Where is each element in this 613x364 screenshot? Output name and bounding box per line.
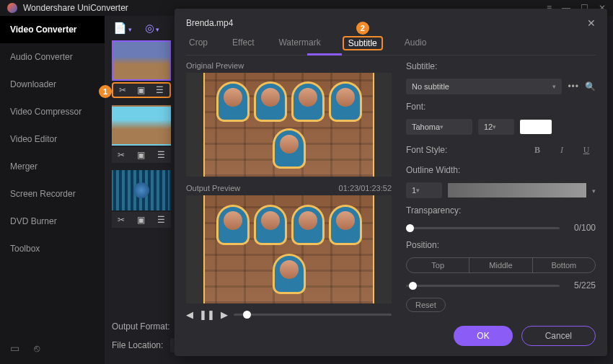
- subtitle-label: Subtitle:: [406, 61, 596, 71]
- italic-button[interactable]: I: [552, 142, 571, 158]
- output-preview-label: Output Preview: [186, 184, 240, 192]
- cut-icon[interactable]: ✂: [118, 215, 125, 225]
- position-slider[interactable]: [406, 285, 560, 287]
- outline-width-select[interactable]: 1: [406, 182, 442, 198]
- tab-crop[interactable]: Crop: [186, 36, 211, 50]
- cut-icon[interactable]: ✂: [119, 85, 126, 95]
- clip-item: ✂ ▣ ☰: [112, 170, 171, 228]
- pause-icon[interactable]: ❚❚: [199, 309, 215, 320]
- transparency-value: 0/100: [565, 223, 596, 233]
- reset-button[interactable]: Reset: [406, 298, 446, 312]
- crop-icon[interactable]: ▣: [137, 215, 145, 225]
- position-middle-button[interactable]: Middle: [469, 258, 532, 272]
- tab-watermark[interactable]: Watermark: [275, 36, 323, 50]
- playback-controls: ◀ ❚❚ ▶: [186, 309, 392, 320]
- original-preview: [186, 73, 392, 177]
- preview-column: Original Preview Output Preview 01:23/01…: [186, 61, 392, 320]
- subtitle-search-icon[interactable]: 🔍: [585, 81, 596, 92]
- clip-thumbnail[interactable]: [112, 170, 171, 210]
- font-size-value: 12: [484, 123, 493, 131]
- tab-label: Subtitle: [348, 38, 377, 48]
- bold-button[interactable]: B: [528, 142, 547, 158]
- sidebar-item-label: DVD Burner: [10, 216, 57, 226]
- sidebar-item-screen-recorder[interactable]: Screen Recorder: [0, 180, 105, 208]
- subtitle-select[interactable]: No subtitle: [406, 79, 562, 94]
- tab-effect[interactable]: Effect: [229, 36, 257, 50]
- target-icon[interactable]: ◎▾: [145, 22, 159, 35]
- clip-thumbnail[interactable]: [112, 105, 171, 146]
- sidebar: Video Converter Audio Converter Download…: [0, 16, 105, 364]
- clip-toolbar: ✂ ▣ ☰: [112, 212, 171, 228]
- font-size-select[interactable]: 12: [478, 119, 514, 135]
- position-segment: Top Middle Bottom: [406, 257, 596, 273]
- tab-subtitle[interactable]: 2 Subtitle: [343, 36, 383, 50]
- position-bottom-button[interactable]: Bottom: [533, 258, 595, 272]
- sidebar-item-downloader[interactable]: Downloader: [0, 71, 105, 98]
- font-style-label: Font Style:: [406, 145, 522, 155]
- font-family-value: Tahoma: [412, 123, 440, 131]
- output-preview: [186, 195, 392, 303]
- sidebar-item-video-editor[interactable]: Video Editor: [0, 125, 105, 153]
- settings-icon[interactable]: ☰: [157, 215, 165, 225]
- settings-icon[interactable]: ☰: [157, 150, 165, 160]
- app-title: Wondershare UniConverter: [23, 3, 128, 13]
- account-icon[interactable]: ⎋: [34, 342, 40, 354]
- sidebar-item-label: Merger: [10, 161, 38, 172]
- sidebar-item-video-converter[interactable]: Video Converter: [0, 16, 105, 43]
- transparency-label: Transparency:: [406, 205, 596, 216]
- tab-audio[interactable]: Audio: [402, 36, 430, 50]
- crop-icon[interactable]: ▣: [137, 150, 145, 160]
- cut-icon[interactable]: ✂: [118, 150, 125, 160]
- add-file-icon[interactable]: 📄▾: [113, 22, 132, 35]
- position-top-button[interactable]: Top: [407, 258, 469, 272]
- clip-thumbnail[interactable]: [112, 40, 171, 81]
- dialog-title: Brenda.mp4: [186, 18, 233, 28]
- edit-dialog: Brenda.mp4 ✕ Crop Effect Watermark 2 Sub…: [175, 9, 607, 356]
- tab-underline: [307, 53, 342, 56]
- crop-icon[interactable]: ▣: [137, 85, 145, 95]
- next-icon[interactable]: ▶: [221, 309, 228, 320]
- dialog-close-icon[interactable]: ✕: [587, 17, 596, 29]
- font-label: Font:: [406, 102, 596, 112]
- clip-toolbar: ✂ ▣ ☰: [112, 147, 171, 163]
- sidebar-item-audio-converter[interactable]: Audio Converter: [0, 43, 105, 71]
- cancel-button[interactable]: Cancel: [521, 326, 596, 346]
- sidebar-item-label: Video Compressor: [10, 107, 81, 117]
- underline-button[interactable]: U: [577, 142, 596, 158]
- guide-icon[interactable]: ▭: [10, 342, 19, 354]
- prev-icon[interactable]: ◀: [186, 309, 193, 320]
- position-value: 5/225: [565, 280, 596, 290]
- transparency-slider[interactable]: [406, 227, 560, 229]
- position-label: Position:: [406, 240, 596, 250]
- outline-width-label: Outline Width:: [406, 165, 596, 175]
- clip-toolbar: 1 ✂ ▣ ☰: [112, 82, 171, 98]
- subtitle-browse-icon[interactable]: •••: [568, 81, 579, 92]
- sidebar-item-dvd-burner[interactable]: DVD Burner: [0, 208, 105, 235]
- sidebar-item-video-compressor[interactable]: Video Compressor: [0, 98, 105, 125]
- sidebar-item-label: Video Converter: [10, 25, 76, 35]
- original-preview-label: Original Preview: [186, 61, 244, 70]
- font-color-swatch[interactable]: [520, 120, 552, 134]
- sidebar-item-merger[interactable]: Merger: [0, 153, 105, 180]
- file-location-label: File Location:: [112, 340, 163, 350]
- outline-color-chevron-icon[interactable]: [592, 185, 596, 195]
- output-format-label: Output Format:: [112, 321, 170, 332]
- sidebar-item-label: Toolbox: [10, 244, 40, 254]
- timeline-slider[interactable]: [234, 314, 392, 316]
- dialog-tabs: Crop Effect Watermark 2 Subtitle Audio: [186, 36, 596, 56]
- sidebar-item-label: Screen Recorder: [10, 189, 76, 199]
- ok-button[interactable]: OK: [454, 326, 512, 346]
- time-display: 01:23/01:23:52: [339, 184, 392, 192]
- sidebar-item-toolbox[interactable]: Toolbox: [0, 235, 105, 262]
- outline-color-bar[interactable]: [448, 183, 586, 197]
- callout-badge-2: 2: [356, 22, 369, 35]
- clip-item: ✂ ▣ ☰: [112, 105, 171, 163]
- outline-width-value: 1: [412, 186, 416, 195]
- font-family-select[interactable]: Tahoma: [406, 119, 472, 135]
- sidebar-item-label: Audio Converter: [10, 52, 73, 62]
- settings-column: Subtitle: No subtitle ••• 🔍 Font: Tahoma…: [406, 61, 596, 320]
- app-logo-icon: [7, 3, 17, 13]
- settings-icon[interactable]: ☰: [156, 85, 164, 95]
- sidebar-item-label: Downloader: [10, 79, 56, 89]
- subtitle-value: No subtitle: [412, 82, 449, 91]
